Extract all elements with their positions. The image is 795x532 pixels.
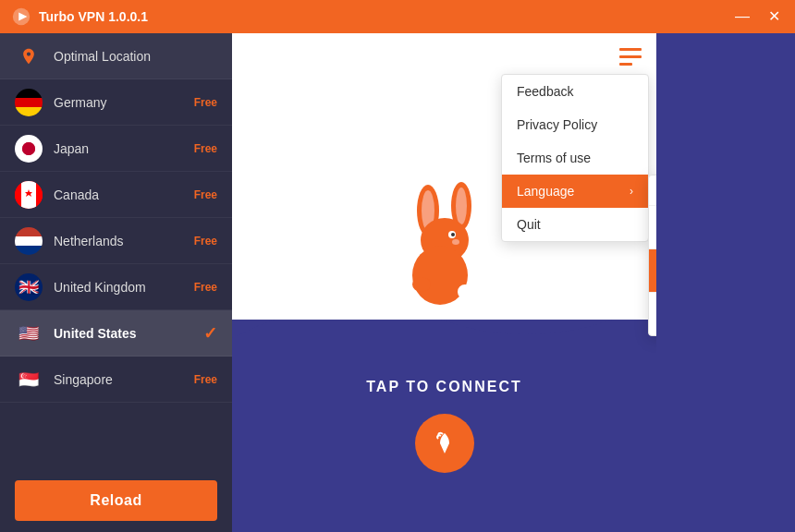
svg-rect-4 <box>619 63 632 66</box>
app-logo <box>11 6 31 27</box>
singapore-label: Singapore <box>54 372 194 387</box>
optimal-label: Optimal Location <box>54 49 217 64</box>
svg-point-8 <box>456 187 467 224</box>
main-layout: Optimal Location Germany Free Japan Free <box>0 33 795 532</box>
lang-ukrainian[interactable]: Українська Ukraine <box>649 293 656 335</box>
lang-spanish[interactable]: Español Spanish <box>649 249 656 293</box>
wave-decoration <box>232 320 656 357</box>
sidebar-item-canada[interactable]: Canada Free <box>0 172 232 218</box>
uk-badge: Free <box>194 281 217 294</box>
us-flag: 🇺🇸 <box>15 320 43 347</box>
sidebar-item-japan[interactable]: Japan Free <box>0 126 232 172</box>
selected-checkmark: ✓ <box>203 323 217 344</box>
us-label: United States <box>54 326 203 341</box>
netherlands-flag <box>15 227 43 255</box>
quit-label: Quit <box>517 217 541 232</box>
connect-button[interactable] <box>415 414 474 473</box>
uk-label: United Kingdom <box>54 280 194 295</box>
main-content: Feedback Privacy Policy Terms of use Lan… <box>232 33 656 532</box>
language-submenu: English Русский Russian Español <box>648 175 656 336</box>
dropdown-terms[interactable]: Terms of use <box>502 141 648 175</box>
sidebar: Optimal Location Germany Free Japan Free <box>0 33 232 532</box>
right-panel <box>656 33 795 532</box>
lang-english[interactable]: English <box>649 175 656 206</box>
svg-rect-3 <box>619 55 642 58</box>
canada-label: Canada <box>54 187 194 202</box>
germany-flag <box>15 89 43 116</box>
reload-container: Reload <box>0 469 232 532</box>
dropdown-menu: Feedback Privacy Policy Terms of use Lan… <box>501 74 649 242</box>
sidebar-item-netherlands[interactable]: Netherlands Free <box>0 218 232 264</box>
menu-icon[interactable] <box>619 48 642 71</box>
svg-point-15 <box>458 284 472 299</box>
singapore-flag: 🇸🇬 <box>15 366 43 393</box>
rabbit-illustration <box>389 164 500 312</box>
netherlands-label: Netherlands <box>54 234 194 248</box>
svg-point-12 <box>452 239 459 245</box>
title-bar: Turbo VPN 1.0.0.1 — ✕ <box>0 0 795 33</box>
sidebar-item-uk[interactable]: 🇬🇧 United Kingdom Free <box>0 264 232 310</box>
app-title: Turbo VPN 1.0.0.1 <box>39 9 731 24</box>
dropdown-feedback[interactable]: Feedback <box>502 75 648 108</box>
netherlands-badge: Free <box>194 235 217 248</box>
chevron-right-icon: › <box>630 185 633 198</box>
lang-russian[interactable]: Русский Russian <box>649 206 656 249</box>
svg-rect-2 <box>619 48 642 51</box>
sidebar-item-us[interactable]: 🇺🇸 United States ✓ <box>0 310 232 357</box>
location-icon <box>15 42 43 70</box>
sidebar-item-singapore[interactable]: 🇸🇬 Singapore Free <box>0 357 232 403</box>
terms-label: Terms of use <box>517 151 591 165</box>
uk-flag: 🇬🇧 <box>15 273 43 301</box>
germany-label: Germany <box>54 95 194 110</box>
sidebar-item-germany[interactable]: Germany Free <box>0 79 232 126</box>
main-bottom-area: TAP TO CONNECT <box>232 320 656 532</box>
minimize-button[interactable]: — <box>731 7 753 26</box>
japan-label: Japan <box>54 141 194 156</box>
dropdown-privacy[interactable]: Privacy Policy <box>502 108 648 141</box>
svg-point-14 <box>412 277 431 292</box>
germany-badge: Free <box>194 96 217 109</box>
feedback-label: Feedback <box>517 84 573 99</box>
dropdown-language[interactable]: Language › English Русский Russian <box>502 175 648 208</box>
close-button[interactable]: ✕ <box>764 7 784 26</box>
window-controls: — ✕ <box>731 7 784 26</box>
singapore-badge: Free <box>194 373 217 386</box>
carrot-icon <box>431 429 459 457</box>
language-label: Language <box>517 184 574 199</box>
canada-flag <box>15 181 43 209</box>
dropdown-quit[interactable]: Quit <box>502 208 648 241</box>
japan-flag <box>15 135 43 163</box>
privacy-label: Privacy Policy <box>517 117 597 132</box>
canada-badge: Free <box>194 188 217 201</box>
sidebar-item-optimal[interactable]: Optimal Location <box>0 33 232 79</box>
japan-badge: Free <box>194 142 217 155</box>
reload-button[interactable]: Reload <box>15 480 217 521</box>
svg-point-11 <box>451 233 455 236</box>
rabbit-container <box>389 164 500 320</box>
tap-to-connect-label: TAP TO CONNECT <box>366 379 521 395</box>
